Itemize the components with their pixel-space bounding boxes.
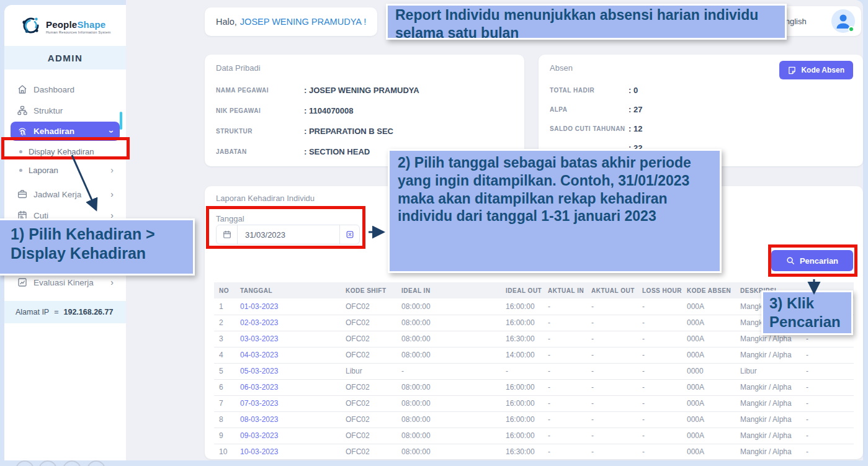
kode-absen-button[interactable]: Kode Absen (779, 61, 853, 79)
table-row: 505-03-2023Libur-----0000Libur- (214, 363, 854, 379)
sidebar-item-label: Jadwal Kerja (34, 190, 81, 199)
aktual-out: - (586, 428, 637, 444)
user-avatar[interactable] (831, 9, 855, 33)
ideal-out: 16:00:00 (501, 315, 543, 331)
profile-row: STRUKTUR PREPARATION B SEC (216, 127, 516, 138)
kode-shift: OFC02 (341, 428, 396, 444)
sidebar-item-jadwal-kerja[interactable]: Jadwal Kerja (11, 184, 120, 204)
loss-hour: - (637, 298, 682, 315)
sidebar-item-struktur[interactable]: Struktur (11, 101, 120, 120)
col-header-loss-hour: LOSS HOUR (637, 282, 682, 298)
col-header-row-no: NO (214, 282, 235, 298)
kode-shift: OFC02 (341, 395, 396, 411)
sitemap-icon (17, 105, 27, 116)
fingerprint-icon (17, 126, 27, 137)
kode-shift: OFC02 (341, 379, 396, 395)
peopleshape-app: PeopleShape Human Resources Information … (0, 0, 868, 466)
date-link[interactable]: 10-03-2023 (235, 444, 341, 459)
sidebar-item-label: Dashboard (34, 85, 74, 94)
kode-absen: 000A (682, 379, 735, 395)
extra-col: - (801, 411, 854, 428)
date-link[interactable]: 08-03-2023 (235, 411, 341, 428)
ideal-in: 08:00:00 (396, 411, 501, 428)
ip-equals: = (54, 308, 58, 316)
aktual-out: - (586, 347, 637, 363)
absen-row: ALPA 27 (550, 105, 854, 116)
deskripsi: Mangkir / Alpha (735, 411, 801, 428)
date-link[interactable]: 03-03-2023 (235, 331, 341, 347)
row-no: 9 (214, 428, 235, 444)
kode-absen: 000A (682, 331, 735, 347)
brand-name: PeopleShape (46, 19, 111, 30)
ideal-out: 16:00:00 (501, 411, 543, 428)
date-link[interactable]: 02-03-2023 (235, 315, 341, 331)
date-link[interactable]: 07-03-2023 (240, 399, 278, 408)
date-link[interactable]: 09-03-2023 (240, 431, 278, 440)
loss-hour: - (637, 331, 682, 347)
ip-value: 192.168.26.77 (64, 308, 114, 316)
ideal-in: 08:00:00 (396, 428, 501, 444)
deskripsi: Mangkir / Alpha (735, 428, 801, 444)
online-status-dot (848, 26, 854, 32)
date-link[interactable]: 03-03-2023 (240, 334, 278, 343)
ip-address-band: Alamat IP = 192.168.26.77 (4, 301, 126, 323)
ip-label: Alamat IP (16, 308, 49, 316)
date-link[interactable]: 01-03-2023 (235, 298, 341, 315)
decorative-circle (63, 460, 81, 466)
table-row: 101-03-2023OFC0208:00:0016:00:00---000AM… (214, 298, 854, 315)
deskripsi: Libur (735, 363, 801, 379)
date-link[interactable]: 01-03-2023 (240, 302, 278, 311)
ideal-in: 08:00:00 (396, 298, 501, 315)
kode-absen: 000A (682, 395, 735, 411)
sidebar-item-dashboard[interactable]: Dashboard (11, 79, 120, 99)
date-link[interactable]: 10-03-2023 (240, 447, 278, 456)
col-header-aktual-in: AKTUAL IN (543, 282, 586, 298)
extra-col: - (801, 395, 854, 411)
briefcase-icon (17, 189, 27, 200)
loss-hour: - (637, 444, 682, 459)
col-header-kode-shift: KODE SHIFT (341, 282, 396, 298)
aktual-in: - (543, 428, 586, 444)
greeting-username: JOSEP WENING PRAMUDYA ! (240, 17, 366, 27)
ideal-out: 16:00:00 (501, 395, 543, 411)
card-title: Laporan Kehadiran Individu (216, 194, 315, 203)
sidebar-item-label: Kehadiran (34, 127, 74, 136)
aktual-in: - (543, 315, 586, 331)
note-icon (788, 66, 796, 74)
date-link[interactable]: 05-03-2023 (235, 363, 341, 379)
loss-hour: - (637, 347, 682, 363)
row-no: 8 (214, 411, 235, 428)
ideal-out: 16:30:00 (501, 444, 543, 459)
loss-hour: - (637, 363, 682, 379)
col-header-aktual-out: AKTUAL OUT (586, 282, 637, 298)
chevron-right-icon (110, 189, 114, 199)
table-row: 303-03-2023OFC0208:00:0016:30:00---000AM… (214, 331, 854, 347)
aktual-in: - (543, 379, 586, 395)
annotation-report-individu: Report Individu menunjukkan absensi hari… (386, 4, 787, 40)
date-link[interactable]: 05-03-2023 (240, 367, 278, 375)
chevron-right-icon (110, 165, 114, 175)
date-link[interactable]: 04-03-2023 (235, 347, 341, 363)
date-link[interactable]: 04-03-2023 (240, 351, 278, 359)
date-link[interactable]: 08-03-2023 (240, 415, 278, 424)
aktual-out: - (586, 379, 637, 395)
ideal-out: 14:00:00 (501, 347, 543, 363)
aktual-out: - (586, 411, 637, 428)
kode-shift: OFC02 (341, 411, 396, 428)
decorative-circle (16, 460, 34, 466)
date-link[interactable]: 06-03-2023 (240, 383, 278, 392)
peopleshape-logo-icon (20, 15, 42, 38)
table-row: 606-03-2023OFC0208:00:0016:00:00---000AM… (214, 379, 854, 395)
date-link[interactable]: 09-03-2023 (235, 428, 341, 444)
aktual-in: - (543, 298, 586, 315)
ideal-in: 08:00:00 (396, 444, 501, 459)
date-link[interactable]: 02-03-2023 (240, 318, 278, 327)
card-title: Data Pribadi (216, 63, 513, 73)
profile-row: NAMA PEGAWAI JOSEP WENING PRAMUDYA (216, 86, 516, 97)
row-no: 10 (214, 444, 235, 459)
sidebar-item-laporan[interactable]: Laporan (11, 161, 120, 179)
date-link[interactable]: 07-03-2023 (235, 395, 341, 411)
col-header-ideal-out: IDEAL OUT (501, 282, 543, 298)
date-link[interactable]: 06-03-2023 (235, 379, 341, 395)
ideal-in: 08:00:00 (396, 395, 501, 411)
